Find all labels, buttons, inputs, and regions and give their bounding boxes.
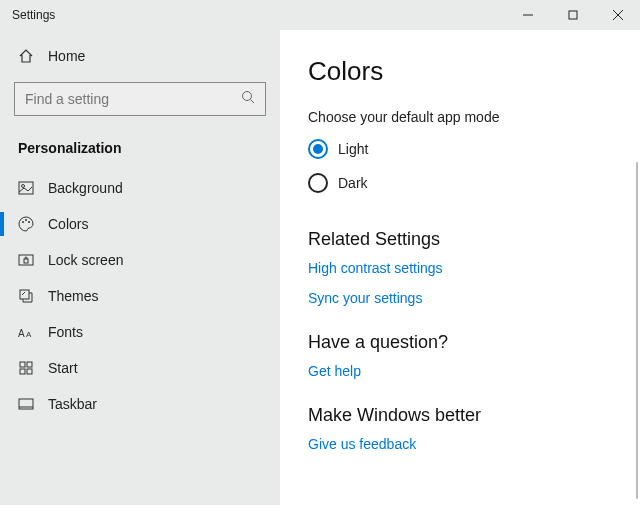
sidebar-item-label: Taskbar (48, 396, 97, 412)
scrollbar[interactable] (636, 162, 638, 499)
link-sync-settings[interactable]: Sync your settings (308, 290, 640, 306)
question-heading: Have a question? (308, 332, 640, 353)
app-mode-radio-group: Light Dark (308, 139, 640, 193)
sidebar-item-themes[interactable]: Themes (14, 278, 266, 314)
svg-rect-12 (24, 259, 28, 263)
svg-rect-13 (20, 290, 29, 299)
related-heading: Related Settings (308, 229, 640, 250)
sidebar-item-background[interactable]: Background (14, 170, 266, 206)
radio-dark[interactable]: Dark (308, 173, 640, 193)
sidebar-item-taskbar[interactable]: Taskbar (14, 386, 266, 422)
svg-rect-19 (27, 369, 32, 374)
sidebar-item-label: Lock screen (48, 252, 123, 268)
radio-icon (308, 173, 328, 193)
image-icon (18, 180, 34, 196)
themes-icon (18, 288, 34, 304)
lockscreen-icon (18, 252, 34, 268)
feedback-section: Make Windows better Give us feedback (308, 405, 640, 452)
svg-point-8 (22, 221, 24, 223)
svg-rect-18 (20, 369, 25, 374)
sidebar-item-label: Colors (48, 216, 88, 232)
svg-point-4 (243, 92, 252, 101)
sidebar: Home Personalization Background Colors L… (0, 30, 280, 505)
home-icon (18, 48, 34, 64)
svg-point-9 (25, 219, 27, 221)
sidebar-item-label: Fonts (48, 324, 83, 340)
svg-rect-17 (27, 362, 32, 367)
feedback-heading: Make Windows better (308, 405, 640, 426)
sidebar-item-label: Background (48, 180, 123, 196)
search-input[interactable] (25, 91, 255, 107)
svg-rect-1 (569, 11, 577, 19)
svg-text:A: A (18, 328, 25, 339)
radio-label: Light (338, 141, 368, 157)
svg-point-7 (22, 185, 25, 188)
sidebar-item-fonts[interactable]: AA Fonts (14, 314, 266, 350)
search-icon (241, 90, 255, 108)
sidebar-item-lockscreen[interactable]: Lock screen (14, 242, 266, 278)
palette-icon (18, 216, 34, 232)
minimize-button[interactable] (505, 0, 550, 30)
maximize-icon (568, 10, 578, 20)
svg-line-5 (251, 100, 255, 104)
titlebar: Settings (0, 0, 640, 30)
category-title: Personalization (14, 134, 266, 170)
radio-light[interactable]: Light (308, 139, 640, 159)
svg-rect-16 (20, 362, 25, 367)
close-icon (613, 10, 623, 20)
app-mode-label: Choose your default app mode (308, 109, 640, 125)
fonts-icon: AA (18, 324, 34, 340)
link-give-feedback[interactable]: Give us feedback (308, 436, 640, 452)
link-high-contrast[interactable]: High contrast settings (308, 260, 640, 276)
home-label: Home (48, 48, 85, 64)
radio-label: Dark (338, 175, 368, 191)
sidebar-item-start[interactable]: Start (14, 350, 266, 386)
window-controls (505, 0, 640, 30)
home-button[interactable]: Home (14, 42, 266, 70)
sidebar-item-label: Start (48, 360, 78, 376)
question-section: Have a question? Get help (308, 332, 640, 379)
maximize-button[interactable] (550, 0, 595, 30)
taskbar-icon (18, 396, 34, 412)
related-settings-section: Related Settings High contrast settings … (308, 229, 640, 306)
link-get-help[interactable]: Get help (308, 363, 640, 379)
search-box[interactable] (14, 82, 266, 116)
sidebar-item-colors[interactable]: Colors (14, 206, 266, 242)
minimize-icon (523, 10, 533, 20)
sidebar-item-label: Themes (48, 288, 99, 304)
svg-point-10 (28, 221, 30, 223)
window-title: Settings (12, 8, 505, 22)
close-button[interactable] (595, 0, 640, 30)
start-icon (18, 360, 34, 376)
content-area: Colors Choose your default app mode Ligh… (280, 30, 640, 505)
svg-text:A: A (26, 330, 32, 339)
page-title: Colors (308, 56, 640, 87)
radio-icon (308, 139, 328, 159)
